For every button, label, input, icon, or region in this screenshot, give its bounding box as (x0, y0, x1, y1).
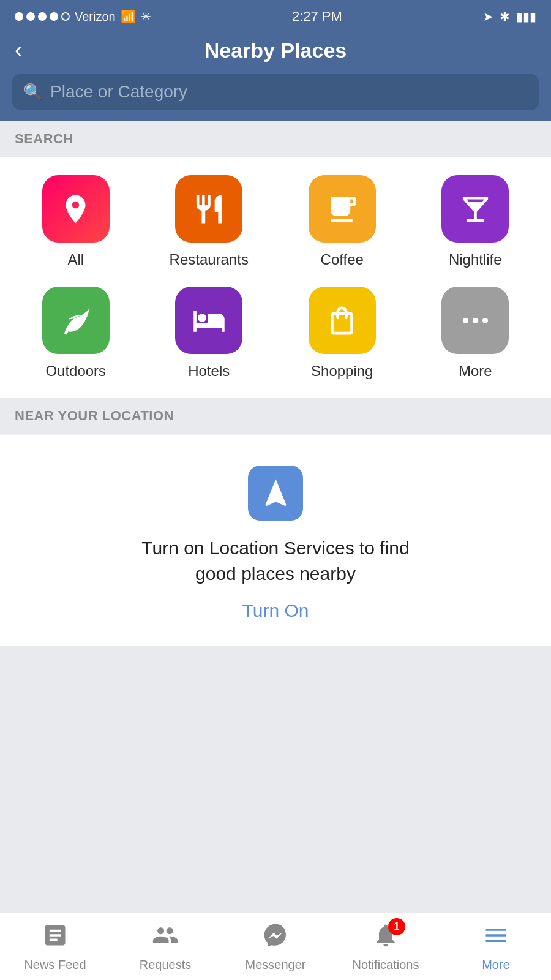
fork-knife-icon (192, 192, 226, 226)
category-shopping-icon (309, 287, 376, 354)
messenger-icon (262, 922, 289, 954)
location-services-icon (248, 466, 303, 521)
category-hotels-icon (175, 287, 242, 354)
nav-messenger-label: Messenger (246, 958, 306, 972)
nav-news-feed-label: News Feed (24, 958, 86, 972)
nav-more-label: More (482, 958, 510, 972)
category-all-label: All (67, 251, 84, 268)
ellipsis-icon (459, 304, 492, 337)
pin-icon (59, 192, 92, 226)
page-title: Nearby Places (204, 39, 347, 62)
search-icon: 🔍 (23, 83, 43, 102)
hotel-icon (192, 304, 226, 337)
notification-badge-container: 1 (372, 922, 399, 954)
categories-grid: All Restaurants Coffee (12, 175, 539, 380)
category-all[interactable]: All (12, 175, 140, 268)
svg-point-2 (482, 317, 488, 323)
news-feed-icon (42, 922, 69, 954)
back-button[interactable]: ‹ (15, 39, 22, 61)
status-right: ➤ ✱ ▮▮▮ (483, 9, 536, 24)
turn-on-button[interactable]: Turn On (242, 600, 309, 621)
dot-2 (26, 12, 35, 21)
bluetooth-icon: ✱ (500, 9, 510, 24)
nav-news-feed[interactable]: News Feed (0, 913, 110, 980)
dot-3 (38, 12, 47, 21)
arrow-icon (259, 477, 293, 510)
battery-icon: ▮▮▮ (516, 9, 536, 24)
search-input[interactable] (50, 82, 528, 102)
category-more-icon (441, 287, 509, 354)
nav-requests[interactable]: Requests (110, 913, 220, 980)
search-container: 🔍 (0, 74, 551, 121)
category-coffee-label: Coffee (321, 251, 364, 268)
coffee-cup-icon (325, 192, 359, 226)
dot-4 (50, 12, 58, 21)
location-services-section: Turn on Location Services to find good p… (0, 435, 551, 646)
category-restaurants-icon (175, 175, 242, 243)
category-outdoors-icon (42, 287, 110, 354)
wifi-icon: 📶 (121, 9, 136, 24)
search-bar[interactable]: 🔍 (12, 74, 539, 110)
nav-requests-label: Requests (140, 958, 192, 972)
shopping-bag-icon (325, 304, 359, 337)
category-hotels-label: Hotels (188, 363, 230, 380)
requests-icon (152, 922, 179, 954)
signal-dots (15, 12, 70, 21)
category-nightlife-label: Nightlife (449, 251, 502, 268)
header: ‹ Nearby Places (0, 33, 551, 74)
gray-fill-area (0, 646, 551, 913)
more-nav-icon (482, 922, 509, 954)
location-arrow-icon: ➤ (483, 9, 493, 24)
bottom-nav: News Feed Requests Messenger 1 (0, 913, 551, 980)
status-left: Verizon 📶 ✳ (15, 9, 151, 24)
loading-icon: ✳ (141, 9, 151, 24)
categories-section: All Restaurants Coffee (0, 157, 551, 398)
carrier-label: Verizon (75, 10, 116, 24)
svg-point-0 (463, 317, 468, 323)
notification-count: 1 (388, 918, 405, 935)
status-bar: Verizon 📶 ✳ 2:27 PM ➤ ✱ ▮▮▮ (0, 0, 551, 33)
dot-5 (61, 12, 70, 21)
search-section-label: SEARCH (0, 121, 551, 157)
category-coffee-icon (309, 175, 376, 243)
category-nightlife-icon (441, 175, 509, 243)
category-coffee[interactable]: Coffee (279, 175, 406, 268)
location-section-label: NEAR YOUR LOCATION (0, 398, 551, 434)
cocktail-icon (459, 192, 492, 226)
nav-notifications[interactable]: 1 Notifications (331, 913, 441, 980)
dot-1 (15, 12, 23, 21)
category-more[interactable]: More (412, 287, 539, 380)
nav-messenger[interactable]: Messenger (220, 913, 331, 980)
svg-point-1 (473, 317, 478, 323)
location-message: Turn on Location Services to find good p… (122, 535, 429, 587)
category-shopping[interactable]: Shopping (279, 287, 406, 380)
status-time: 2:27 PM (292, 9, 342, 24)
category-restaurants-label: Restaurants (170, 251, 249, 268)
category-shopping-label: Shopping (311, 363, 373, 380)
nav-notifications-label: Notifications (353, 958, 419, 972)
category-all-icon (42, 175, 110, 243)
notifications-icon: 1 (372, 922, 399, 954)
nav-more[interactable]: More (441, 913, 551, 980)
category-outdoors-label: Outdoors (45, 363, 106, 380)
category-nightlife[interactable]: Nightlife (412, 175, 539, 268)
leaf-icon (59, 304, 92, 337)
category-hotels[interactable]: Hotels (146, 287, 273, 380)
category-restaurants[interactable]: Restaurants (146, 175, 273, 268)
category-more-label: More (459, 363, 492, 380)
category-outdoors[interactable]: Outdoors (12, 287, 140, 380)
